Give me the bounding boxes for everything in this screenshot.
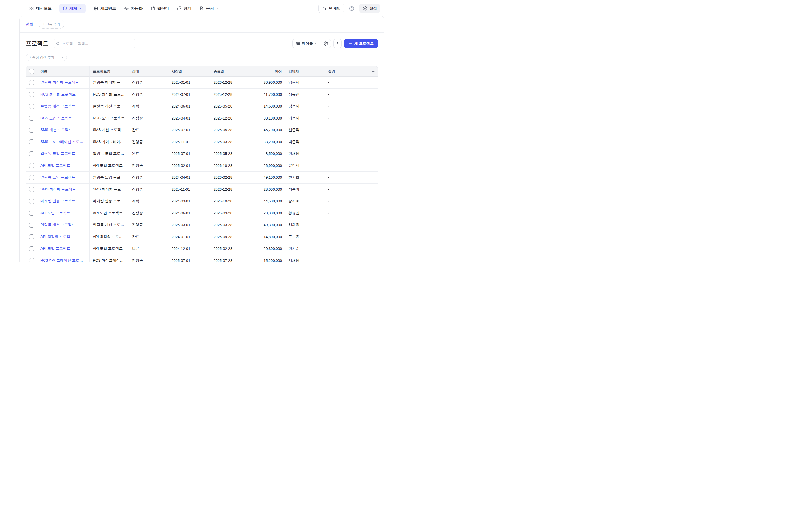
project-name-cell: API 최적화 프로젝트 [93, 235, 125, 239]
row-checkbox[interactable] [29, 187, 34, 192]
row-checkbox[interactable] [29, 92, 34, 97]
help-icon[interactable] [349, 6, 354, 11]
row-checkbox[interactable] [29, 211, 34, 215]
column-header-status[interactable]: 상태 [129, 66, 169, 77]
project-name-link[interactable]: 알림톡 도입 프로젝트 [41, 175, 86, 180]
row-checkbox[interactable] [29, 139, 34, 144]
start-date-cell: 2024-12-01 [169, 243, 210, 255]
project-name-link[interactable]: API 최적화 프로젝트 [41, 235, 86, 239]
column-header-manager[interactable]: 담당자 [285, 66, 325, 77]
column-header-end-date[interactable]: 종료일 [210, 66, 252, 77]
nav-item-automation[interactable]: 자동화 [124, 6, 143, 11]
view-settings-button[interactable] [321, 39, 331, 48]
row-menu-button[interactable] [370, 245, 376, 252]
column-header-start-date[interactable]: 시작일 [169, 66, 210, 77]
nav-item-dashboard[interactable]: 대시보드 [29, 6, 52, 11]
settings-button[interactable]: 설정 [359, 4, 380, 13]
project-name-cell: 알림톡 도입 프로젝트 [93, 175, 125, 180]
project-name-link[interactable]: 알림톡 최적화 프로젝트 [41, 80, 86, 85]
row-checkbox[interactable] [29, 80, 34, 85]
project-name-link[interactable]: SMS 개선 프로젝트 [41, 127, 86, 132]
column-header-description[interactable]: 설명 [325, 66, 368, 77]
view-select-button[interactable]: 테이블 [293, 39, 321, 48]
project-name-link[interactable]: 알림톡 도입 프로젝트 [41, 151, 86, 156]
start-date-cell: 2025-07-01 [169, 148, 210, 160]
ai-settings-button[interactable]: AI 세팅 [318, 4, 344, 13]
project-name-cell: SMS 최적화 프로젝트 [93, 187, 125, 192]
project-name-cell: RCS 마이그레이션 프로젝트 [93, 258, 125, 262]
plus-icon [348, 42, 352, 46]
row-menu-button[interactable] [370, 257, 376, 262]
project-name-link[interactable]: RCS 최적화 프로젝트 [41, 92, 86, 97]
status-cell: 완료 [129, 148, 169, 160]
project-name-cell: 알림톡 최적화 프로젝트 [93, 80, 125, 85]
project-name-link[interactable]: 알림톡 개선 프로젝트 [41, 223, 86, 227]
row-menu-button[interactable] [370, 222, 376, 228]
row-menu-button[interactable] [370, 103, 376, 109]
manager-cell: 유민서 [285, 160, 325, 172]
manager-cell: 신준혁 [285, 124, 325, 136]
nav-item-segments[interactable]: 세그먼트 [93, 6, 116, 11]
nav-label: 대시보드 [36, 6, 52, 11]
row-menu-button[interactable] [370, 174, 376, 181]
row-checkbox[interactable] [29, 163, 34, 168]
end-date-cell: 2026-12-28 [210, 77, 252, 89]
row-menu-button[interactable] [370, 79, 376, 86]
more-options-button[interactable] [333, 39, 342, 48]
search-input[interactable] [62, 42, 133, 46]
table-row: RCS 마이그레이션 프로젝트 RCS 마이그레이션 프로젝트 진행중 2025… [26, 255, 378, 263]
row-checkbox[interactable] [29, 151, 34, 156]
row-menu-button[interactable] [370, 151, 376, 157]
project-name-link[interactable]: 플랫폼 개선 프로젝트 [41, 104, 86, 108]
project-name-link[interactable]: 마케팅 연동 프로젝트 [41, 199, 86, 204]
project-name-link[interactable]: SMS 마이그레이션 프로젝트 [41, 139, 86, 144]
new-project-button[interactable]: 새 프로젝트 [344, 39, 378, 48]
budget-cell: 44,500,000 [252, 195, 285, 207]
nav-item-relations[interactable]: 관계 [177, 6, 191, 11]
row-checkbox[interactable] [29, 258, 34, 262]
row-menu-button[interactable] [370, 127, 376, 133]
row-menu-button[interactable] [370, 91, 376, 97]
column-header-project-name[interactable]: 프로젝트명 [90, 66, 129, 77]
nav-item-calendar[interactable]: 캘린더 [151, 6, 169, 11]
row-menu-button[interactable] [370, 234, 376, 240]
row-checkbox[interactable] [29, 246, 34, 251]
kebab-icon [371, 140, 375, 144]
row-checkbox[interactable] [29, 223, 34, 227]
search-box [53, 39, 136, 48]
nav-item-objects[interactable]: 개체 [60, 4, 85, 13]
project-name-link[interactable]: RCS 마이그레이션 프로젝트 [41, 258, 86, 262]
row-menu-button[interactable] [370, 139, 376, 145]
new-project-label: 새 프로젝트 [354, 41, 374, 46]
nav-item-documents[interactable]: 문서 [199, 6, 219, 11]
project-name-link[interactable]: RCS 도입 프로젝트 [41, 116, 86, 121]
row-checkbox[interactable] [29, 127, 34, 133]
row-checkbox[interactable] [29, 199, 34, 204]
select-all-checkbox[interactable] [29, 69, 34, 74]
row-menu-button[interactable] [370, 186, 376, 193]
row-menu-button[interactable] [370, 210, 376, 216]
row-menu-button[interactable] [370, 198, 376, 204]
nav-label: 관계 [184, 6, 191, 11]
add-property-filter-button[interactable]: + 속성 검색 추가 [26, 54, 67, 61]
gear-icon [324, 42, 328, 46]
kebab-icon [371, 152, 375, 156]
start-date-cell: 2025-11-01 [169, 184, 210, 196]
column-header-name[interactable]: 이름 [37, 66, 90, 77]
add-group-button[interactable]: + 그룹 추가 [39, 20, 64, 29]
column-header-budget[interactable]: 예산 [252, 66, 285, 77]
project-name-link[interactable]: API 도입 프로젝트 [41, 211, 86, 215]
row-checkbox[interactable] [29, 175, 34, 180]
project-name-link[interactable]: API 도입 프로젝트 [41, 246, 86, 251]
row-menu-button[interactable] [370, 163, 376, 169]
row-checkbox[interactable] [29, 116, 34, 121]
project-name-link[interactable]: SMS 최적화 프로젝트 [41, 187, 86, 192]
tab-all[interactable]: 전체 [26, 16, 34, 32]
status-cell: 진행중 [129, 172, 169, 184]
project-name-link[interactable]: API 도입 프로젝트 [41, 163, 86, 168]
row-menu-button[interactable] [370, 115, 376, 121]
row-checkbox[interactable] [29, 104, 34, 109]
add-column-icon[interactable] [371, 70, 375, 74]
row-checkbox[interactable] [29, 234, 34, 239]
nav-menu: 대시보드 개체 세그먼트 자동화 캘린더 관계 문서 [29, 4, 219, 13]
